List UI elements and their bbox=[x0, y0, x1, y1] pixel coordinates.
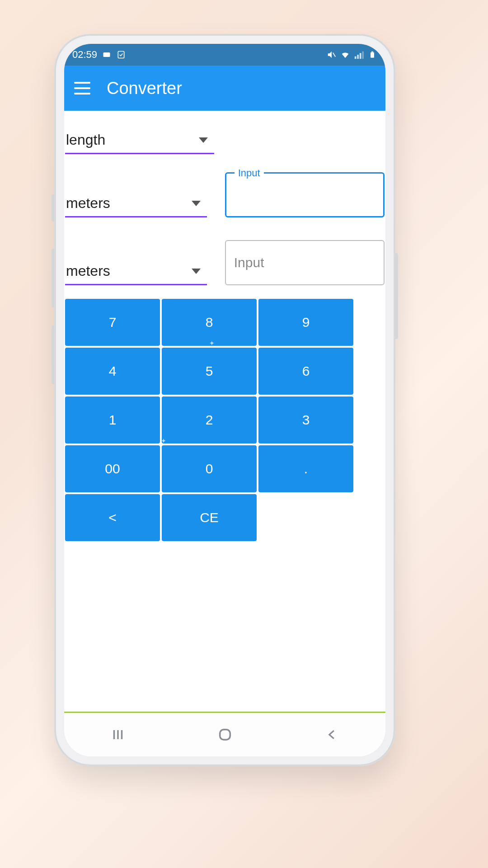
key-dot[interactable]: . bbox=[258, 445, 353, 492]
status-time: 02:59 bbox=[72, 49, 97, 61]
from-input-label: Input bbox=[235, 167, 264, 179]
app-bar: Converter bbox=[64, 66, 385, 111]
key-6[interactable]: 6 bbox=[258, 348, 353, 395]
mute-icon bbox=[327, 50, 337, 60]
svg-rect-8 bbox=[371, 52, 373, 52]
key-5[interactable]: 5 bbox=[162, 348, 257, 395]
key-2[interactable]: 2✦ bbox=[162, 396, 257, 443]
key-4[interactable]: 4 bbox=[65, 348, 160, 395]
key-00[interactable]: 00 bbox=[65, 445, 160, 492]
wifi-icon bbox=[340, 50, 350, 60]
key-9[interactable]: 9 bbox=[258, 299, 353, 346]
svg-rect-12 bbox=[220, 730, 230, 740]
to-input[interactable]: Input bbox=[225, 240, 385, 285]
chevron-down-icon bbox=[199, 137, 208, 143]
app-title: Converter bbox=[107, 79, 182, 98]
nav-back-icon[interactable] bbox=[319, 726, 346, 744]
key-clear[interactable]: CE bbox=[162, 494, 257, 541]
phone-frame: 02:59 bbox=[54, 34, 395, 766]
svg-rect-3 bbox=[355, 57, 357, 59]
signal-icon bbox=[354, 50, 364, 60]
svg-rect-0 bbox=[103, 52, 110, 57]
notification-icon bbox=[102, 50, 112, 60]
key-7[interactable]: 7 bbox=[65, 299, 160, 346]
menu-icon[interactable] bbox=[74, 82, 90, 94]
from-unit-label: meters bbox=[66, 195, 192, 212]
task-icon bbox=[116, 50, 126, 60]
svg-rect-5 bbox=[360, 53, 361, 59]
battery-icon bbox=[367, 50, 377, 60]
nav-recents-icon[interactable] bbox=[104, 726, 131, 744]
to-unit-dropdown[interactable]: meters bbox=[65, 260, 207, 285]
key-3[interactable]: 3 bbox=[258, 396, 353, 443]
to-unit-label: meters bbox=[66, 263, 192, 279]
chevron-down-icon bbox=[192, 201, 201, 206]
category-dropdown[interactable]: length bbox=[65, 129, 214, 154]
chevron-down-icon bbox=[192, 269, 201, 274]
svg-line-2 bbox=[333, 52, 336, 57]
status-bar: 02:59 bbox=[64, 44, 385, 66]
navigation-bar bbox=[64, 713, 385, 756]
content-area: length meters Input meters bbox=[64, 111, 385, 756]
svg-rect-7 bbox=[371, 52, 374, 58]
key-0[interactable]: 0 bbox=[162, 445, 257, 492]
to-input-placeholder: Input bbox=[234, 255, 264, 270]
nav-home-icon[interactable] bbox=[211, 726, 239, 744]
from-input[interactable]: Input bbox=[225, 172, 385, 217]
key-1[interactable]: 1 bbox=[65, 396, 160, 443]
svg-rect-1 bbox=[118, 52, 124, 58]
key-8[interactable]: 8✦ bbox=[162, 299, 257, 346]
category-label: length bbox=[66, 132, 199, 148]
svg-rect-6 bbox=[362, 52, 364, 59]
from-unit-dropdown[interactable]: meters bbox=[65, 192, 207, 217]
screen: 02:59 bbox=[64, 44, 385, 756]
keypad: 7 8✦ 9 4 5 6 1 2✦ 3 00 0 . < CE bbox=[64, 299, 385, 541]
key-backspace[interactable]: < bbox=[65, 494, 160, 541]
svg-rect-4 bbox=[357, 55, 359, 59]
